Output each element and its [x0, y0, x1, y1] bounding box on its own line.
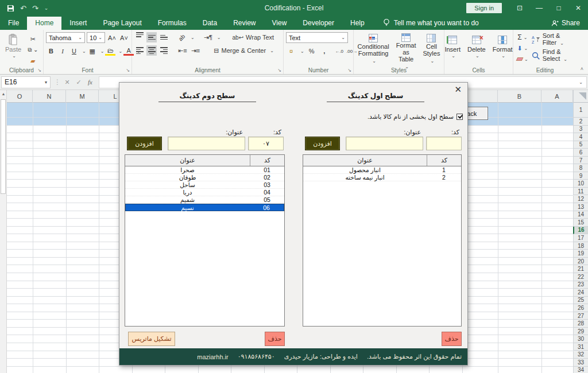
accounting-dropdown-icon[interactable]: ⌄	[300, 49, 304, 54]
row-header-13[interactable]: 13	[573, 203, 588, 211]
fill-color-dropdown-icon[interactable]: ⌄	[118, 49, 122, 54]
close-button[interactable]: ✕	[568, 0, 588, 16]
tab-help[interactable]: Help	[342, 17, 373, 30]
insert-cells-button[interactable]: Insert ⌄	[442, 32, 463, 66]
row-header-10[interactable]: 10	[573, 180, 588, 188]
row-header-24[interactable]: 24	[573, 289, 588, 297]
dialog-close-icon[interactable]: ✕	[454, 86, 462, 94]
customize-qat-icon[interactable]: ⌄	[44, 5, 49, 11]
number-dialog-launcher-icon[interactable]: ↘	[347, 68, 351, 73]
font-size-combo[interactable]: 10⌄	[87, 32, 105, 43]
increase-font-icon[interactable]: A˄	[107, 33, 117, 43]
format-as-table-button[interactable]: Format as Table ⌄	[393, 32, 419, 66]
row-header-32[interactable]: 32	[573, 351, 588, 359]
redo-icon[interactable]: ↷	[32, 4, 38, 13]
expand-formula-bar-icon[interactable]: ⌄	[579, 80, 583, 85]
row-header-21[interactable]: 21	[573, 265, 588, 273]
tab-review[interactable]: Review	[225, 17, 264, 30]
second-level-table[interactable]: کد عنوان 01صحرا02طوفان03ساحل04دریا05شمیم…	[125, 154, 285, 327]
row-header-23[interactable]: 23	[573, 281, 588, 289]
merge-center-button[interactable]: ⊟Merge & Center⌄	[212, 45, 275, 56]
row-header-8[interactable]: 8	[573, 164, 588, 172]
underline-dropdown-icon[interactable]: ⌄	[82, 49, 86, 54]
ribbon-display-options-icon[interactable]: ⊡	[510, 0, 529, 16]
vertical-scrollbar[interactable]: ▲	[0, 90, 7, 373]
undo-icon[interactable]: ↶	[20, 4, 26, 13]
format-painter-icon[interactable]: ▰	[26, 56, 39, 66]
column-header-M[interactable]: M	[66, 90, 99, 103]
select-all-corner[interactable]	[573, 90, 588, 103]
clipboard-dialog-launcher-icon[interactable]: ↘	[37, 68, 41, 73]
paste-dropdown-icon[interactable]: ⌄	[12, 53, 16, 60]
list-row[interactable]: 01صحرا	[125, 166, 284, 174]
row-header-15[interactable]: 15	[573, 219, 588, 227]
footer-site-link[interactable]: maziarhh.ir	[197, 353, 228, 360]
delete-cells-button[interactable]: × Delete ⌄	[465, 32, 489, 66]
save-icon[interactable]	[7, 5, 14, 12]
column-header-B[interactable]: B	[498, 90, 541, 103]
maximize-button[interactable]: □	[549, 0, 568, 16]
decrease-font-icon[interactable]: A˅	[119, 33, 129, 43]
row-header-22[interactable]: 22	[573, 273, 588, 281]
borders-icon[interactable]: ▦	[87, 46, 98, 56]
row-header-4[interactable]: 4	[573, 133, 588, 141]
column-header-O[interactable]: O	[7, 90, 33, 103]
bold-button[interactable]: B	[46, 46, 56, 56]
first-level-table[interactable]: کد عنوان 1انبار محصول2انبار نیمه ساخته	[303, 154, 462, 327]
enter-entry-icon[interactable]: ✓	[74, 77, 84, 87]
align-left-icon[interactable]	[134, 45, 145, 56]
row-header-25[interactable]: 25	[573, 297, 588, 305]
tab-view[interactable]: View	[264, 17, 295, 30]
share-button[interactable]: Share	[543, 19, 588, 30]
wrap-text-button[interactable]: ab↩Wrap Text	[231, 32, 276, 42]
fill-color-icon[interactable]: 🗁	[105, 46, 115, 56]
list-row[interactable]: 04دریا	[125, 189, 284, 196]
column-header-hidden[interactable]	[468, 90, 498, 103]
orientation-icon[interactable]: ab	[177, 32, 187, 42]
row-header-16[interactable]: 16	[573, 227, 588, 235]
sign-in-button[interactable]: Sign in	[466, 3, 502, 13]
format-cells-button[interactable]: Format ⌄	[490, 32, 516, 66]
row-header-19[interactable]: 19	[573, 250, 588, 258]
decrease-indent-icon[interactable]: ⇤≡	[177, 45, 188, 56]
alignment-dialog-launcher-icon[interactable]: ↘	[277, 68, 281, 73]
row-header-31[interactable]: 31	[573, 343, 588, 351]
paste-button[interactable]: Paste ⌄	[2, 32, 24, 66]
list-row[interactable]: 05شمیم	[125, 196, 284, 204]
number-format-combo[interactable]: Text⌄	[286, 32, 348, 43]
row-header-29[interactable]: 29	[573, 328, 588, 336]
text-direction-dropdown-icon[interactable]: ⌄	[217, 35, 221, 40]
row-header-14[interactable]: 14	[573, 211, 588, 219]
left-title-input[interactable]	[168, 137, 245, 150]
row-header-12[interactable]: 12	[573, 196, 588, 204]
list-row[interactable]: 1انبار محصول	[303, 166, 461, 174]
left-add-button[interactable]: افزودن	[127, 137, 162, 150]
list-row[interactable]: 06نسیم	[125, 204, 284, 211]
fill-icon[interactable]: ⬇⌄	[516, 43, 529, 53]
row-header-9[interactable]: 9	[573, 172, 588, 180]
autosum-icon[interactable]: Σ⌄	[516, 32, 529, 42]
font-dialog-launcher-icon[interactable]: ↘	[126, 68, 130, 73]
name-box-splitter[interactable]: ⋮	[54, 78, 61, 86]
first-level-checkbox-row[interactable]: سطح اول بخشی از نام کالا باشد.	[368, 113, 463, 121]
align-middle-icon[interactable]	[146, 32, 157, 42]
right-title-input[interactable]	[346, 137, 423, 150]
collapse-ribbon-icon[interactable]: ˄	[581, 66, 583, 72]
tab-file[interactable]: File	[0, 17, 27, 30]
row-header-6[interactable]: 6	[573, 149, 588, 157]
cell-styles-button[interactable]: Cell Styles ⌄	[420, 32, 443, 66]
align-right-icon[interactable]	[158, 45, 169, 56]
row-header-17[interactable]: 17	[573, 234, 588, 242]
row-header-5[interactable]: 5	[573, 141, 588, 149]
minimize-button[interactable]: —	[529, 0, 549, 16]
first-level-list[interactable]: 1انبار محصول2انبار نیمه ساخته	[303, 166, 461, 326]
copy-icon[interactable]: ⧉ ⌄	[26, 45, 39, 55]
name-box[interactable]: E16▾	[1, 76, 51, 88]
text-direction-icon[interactable]: ⇥¶	[203, 32, 214, 42]
right-delete-button[interactable]: حذف	[442, 332, 462, 346]
left-code-input[interactable]: ۰۷	[248, 137, 284, 150]
vertical-scrollbar-thumb[interactable]	[1, 99, 6, 194]
tab-insert[interactable]: Insert	[61, 17, 95, 30]
font-name-combo[interactable]: Tahoma⌄	[46, 32, 85, 43]
align-top-icon[interactable]	[134, 32, 145, 42]
